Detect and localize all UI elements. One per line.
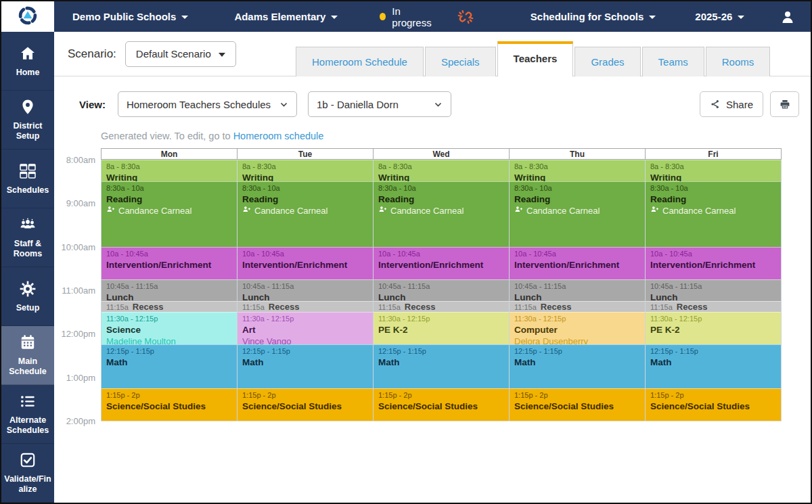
app-logo[interactable] xyxy=(1,1,54,32)
calendar-icon xyxy=(19,334,37,352)
schedule-grid: 8:00am9:00am10:00am11:00am12:00pm1:00pm2… xyxy=(62,148,811,421)
block-time: 1:15p - 2p xyxy=(650,390,776,400)
share-icon xyxy=(710,99,721,110)
tab-grades[interactable]: Grades xyxy=(574,47,640,76)
block-time: 10:45a - 11:15a xyxy=(514,281,640,291)
block-title: Writing xyxy=(378,173,409,181)
district-dropdown[interactable]: Demo Public Schools xyxy=(72,11,188,22)
sidebar-item-home[interactable]: Home xyxy=(1,32,54,91)
sidebar-item-label: Validate/Finalize xyxy=(1,474,54,495)
tab-teachers[interactable]: Teachers xyxy=(497,41,574,76)
sidebar-item-main-schedule[interactable]: Main Schedule xyxy=(1,326,54,385)
schedule-block-art: 11:30a - 12:15pArtVince Vango xyxy=(238,312,373,344)
printer-icon xyxy=(780,99,790,110)
block-title: Math xyxy=(106,357,128,367)
chevron-down-icon xyxy=(279,100,288,109)
product-dropdown[interactable]: Scheduling for Schools xyxy=(531,11,656,22)
schedule-block-intervention-enrichment: 10a - 10:45aIntervention/Enrichment xyxy=(102,247,237,279)
schedule-block-writing: 8a - 8:30aWriting xyxy=(646,160,781,181)
block-title: Lunch xyxy=(378,292,406,301)
schedule-block-pe-k-2: 11:30a - 12:15pPE K-2 xyxy=(374,312,509,344)
block-title: Reading xyxy=(514,194,550,204)
block-time: 11:15a xyxy=(650,303,673,311)
chevron-down-icon xyxy=(738,16,744,19)
user-icon[interactable] xyxy=(780,9,796,25)
block-time: 8a - 8:30a xyxy=(514,162,640,171)
block-time: 1:15p - 2p xyxy=(242,390,368,400)
block-time: 11:30a - 12:15p xyxy=(242,314,368,323)
chevron-down-icon xyxy=(331,16,338,19)
schedule-block-recess: 11:15aRecess xyxy=(510,301,645,312)
block-time: 8a - 8:30a xyxy=(650,162,776,171)
app-window: Demo Public Schools Adams Elementary In … xyxy=(0,0,812,504)
block-title: PE K-2 xyxy=(378,325,408,335)
share-label: Share xyxy=(726,99,753,110)
block-title: Reading xyxy=(378,194,414,204)
schedule-block-lunch: 10:45a - 11:15aLunch xyxy=(238,279,373,301)
block-title: Reading xyxy=(106,194,142,204)
campus-dropdown[interactable]: Adams Elementary xyxy=(234,11,338,22)
block-title: Writing xyxy=(650,173,681,181)
homeroom-schedule-link[interactable]: Homeroom schedule xyxy=(233,131,324,141)
tab-bar: Homeroom ScheduleSpecialsTeachersGradesT… xyxy=(296,41,771,76)
block-title: Art xyxy=(242,325,256,335)
sidebar-item-staff-rooms[interactable]: Staff & Rooms xyxy=(1,208,54,267)
view-type-select[interactable]: Homeroom Teachers Schedules xyxy=(118,91,297,117)
sidebar-item-district-setup[interactable]: District Setup xyxy=(1,91,54,150)
block-time: 12:15p - 1:15p xyxy=(650,346,776,356)
schedule-block-science-social-studies: 1:15p - 2pScience/Social Studies xyxy=(238,388,373,421)
top-navbar: Demo Public Schools Adams Elementary In … xyxy=(1,1,811,32)
schedule-block-lunch: 10:45a - 11:15aLunch xyxy=(374,279,509,301)
chevron-down-icon xyxy=(649,16,656,19)
block-title: Recess xyxy=(133,302,164,312)
status-dot-icon xyxy=(380,13,386,20)
sidebar-item-label: District Setup xyxy=(1,121,54,141)
day-header-fri: Fri xyxy=(645,148,782,160)
block-title: Writing xyxy=(242,173,273,181)
block-title: Recess xyxy=(269,302,300,312)
schedule-block-pe-k-2: 11:30a - 12:15pPE K-2 xyxy=(646,312,781,344)
home-icon xyxy=(19,45,37,63)
block-time: 1:15p - 2p xyxy=(106,390,232,400)
teacher-select[interactable]: 1b - Daniella Dorn xyxy=(308,91,451,117)
calendars-grid-icon xyxy=(19,162,37,181)
block-time: 11:15a xyxy=(242,303,265,311)
block-time: 10a - 10:45a xyxy=(378,249,504,258)
schedule-block-recess: 11:15aRecess xyxy=(102,301,237,312)
block-time: 12:15p - 1:15p xyxy=(514,346,640,356)
tab-specials[interactable]: Specials xyxy=(425,47,496,76)
tab-rooms[interactable]: Rooms xyxy=(706,47,771,76)
school-year-dropdown[interactable]: 2025-26 xyxy=(695,11,744,22)
block-title: Intervention/Enrichment xyxy=(106,260,211,270)
sidebar-item-setup[interactable]: Setup xyxy=(1,267,54,326)
block-time: 8:30a - 10a xyxy=(242,183,368,193)
block-time: 11:30a - 12:15p xyxy=(106,314,232,323)
sidebar-item-schedules[interactable]: Schedules xyxy=(1,150,54,208)
share-button[interactable]: Share xyxy=(700,91,763,117)
scenario-select[interactable]: Default Scenario xyxy=(125,41,236,67)
block-time: 10a - 10:45a xyxy=(242,249,368,258)
block-time: 11:30a - 12:15p xyxy=(514,314,640,323)
status-indicator: In progress xyxy=(380,5,432,28)
print-button[interactable] xyxy=(770,91,799,117)
block-title: Recess xyxy=(405,302,436,312)
schedule-block-math: 12:15p - 1:15pMath xyxy=(646,344,781,388)
block-title: Math xyxy=(242,357,264,367)
block-title: Math xyxy=(378,357,400,367)
user-plus-icon xyxy=(106,205,115,216)
block-time: 12:15p - 1:15p xyxy=(242,346,368,356)
block-teacher: Candance Carneal xyxy=(106,205,232,216)
sidebar-item-alternate-schedules[interactable]: Alternate Schedules xyxy=(1,385,54,444)
block-title: Math xyxy=(650,357,672,367)
block-title: Science/Social Studies xyxy=(106,401,206,411)
broken-link-icon[interactable] xyxy=(457,9,474,25)
sidebar-item-validate-finalize[interactable]: Validate/Finalize xyxy=(1,444,54,503)
chevron-down-icon xyxy=(181,16,188,19)
tab-teams[interactable]: Teams xyxy=(642,47,704,76)
schedule-block-reading: 8:30a - 10aReadingCandance Carneal xyxy=(374,181,509,247)
block-title: PE K-2 xyxy=(650,325,680,335)
block-time: 10:45a - 11:15a xyxy=(378,281,504,291)
user-plus-icon xyxy=(650,205,659,216)
tab-homeroom-schedule[interactable]: Homeroom Schedule xyxy=(296,47,424,76)
schedule-block-lunch: 10:45a - 11:15aLunch xyxy=(646,279,781,301)
